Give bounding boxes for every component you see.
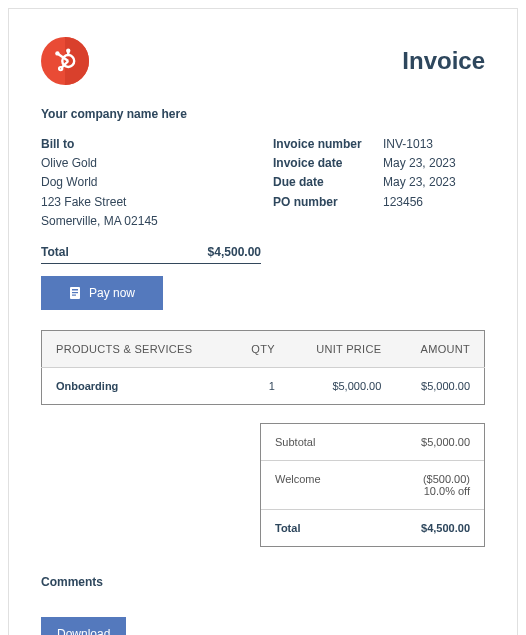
summary-total-row: Total $4,500.00 — [261, 510, 484, 546]
col-products: PRODUCTS & SERVICES — [42, 330, 230, 367]
invoice-date-value: May 23, 2023 — [383, 154, 456, 173]
receipt-icon — [69, 286, 81, 300]
table-row: Onboarding 1 $5,000.00 $5,000.00 — [42, 367, 485, 404]
item-amount: $5,000.00 — [395, 367, 484, 404]
pay-now-button[interactable]: Pay now — [41, 276, 163, 310]
discount-row: Welcome ($500.00) 10.0% off — [261, 461, 484, 510]
invoice-date-label: Invoice date — [273, 154, 383, 173]
invoice-meta: Invoice number INV-1013 Invoice date May… — [273, 135, 485, 231]
items-table: PRODUCTS & SERVICES QTY UNIT PRICE AMOUN… — [41, 330, 485, 405]
page-title: Invoice — [402, 47, 485, 75]
info-section: Bill to Olive Gold Dog World 123 Fake St… — [41, 135, 485, 231]
item-unit: $5,000.00 — [289, 367, 395, 404]
summary-total-value: $4,500.00 — [421, 522, 470, 534]
svg-rect-10 — [72, 294, 76, 295]
total-line: Total $4,500.00 — [41, 245, 261, 264]
summary-box: Subtotal $5,000.00 Welcome ($500.00) 10.… — [260, 423, 485, 547]
due-date-value: May 23, 2023 — [383, 173, 456, 192]
col-unit: UNIT PRICE — [289, 330, 395, 367]
col-qty: QTY — [230, 330, 289, 367]
total-line-label: Total — [41, 245, 69, 259]
bill-to-org: Dog World — [41, 173, 253, 192]
summary-total-label: Total — [275, 522, 300, 534]
header: Invoice — [41, 37, 485, 85]
subtotal-row: Subtotal $5,000.00 — [261, 424, 484, 461]
bill-to-city: Somerville, MA 02145 — [41, 212, 253, 231]
invoice-number-label: Invoice number — [273, 135, 383, 154]
company-logo — [41, 37, 89, 85]
svg-point-2 — [66, 49, 70, 53]
discount-amount: ($500.00) — [423, 473, 470, 485]
invoice-page: Invoice Your company name here Bill to O… — [8, 8, 518, 635]
discount-pct: 10.0% off — [423, 485, 470, 497]
bill-to-block: Bill to Olive Gold Dog World 123 Fake St… — [41, 135, 253, 231]
svg-rect-9 — [72, 292, 78, 293]
subtotal-label: Subtotal — [275, 436, 315, 448]
due-date-label: Due date — [273, 173, 383, 192]
bill-to-street: 123 Fake Street — [41, 193, 253, 212]
invoice-number-value: INV-1013 — [383, 135, 433, 154]
item-name: Onboarding — [42, 367, 230, 404]
subtotal-value: $5,000.00 — [421, 436, 470, 448]
comments-heading: Comments — [41, 575, 485, 589]
po-number-label: PO number — [273, 193, 383, 212]
total-line-amount: $4,500.00 — [208, 245, 261, 259]
bill-to-heading: Bill to — [41, 135, 253, 154]
bill-to-name: Olive Gold — [41, 154, 253, 173]
item-qty: 1 — [230, 367, 289, 404]
sprocket-icon — [52, 48, 78, 74]
pay-now-label: Pay now — [89, 286, 135, 300]
svg-rect-8 — [72, 289, 78, 291]
discount-label: Welcome — [275, 473, 321, 497]
company-name: Your company name here — [41, 107, 485, 121]
download-button[interactable]: Download — [41, 617, 126, 635]
col-amount: AMOUNT — [395, 330, 484, 367]
svg-point-4 — [55, 51, 59, 55]
po-number-value: 123456 — [383, 193, 423, 212]
